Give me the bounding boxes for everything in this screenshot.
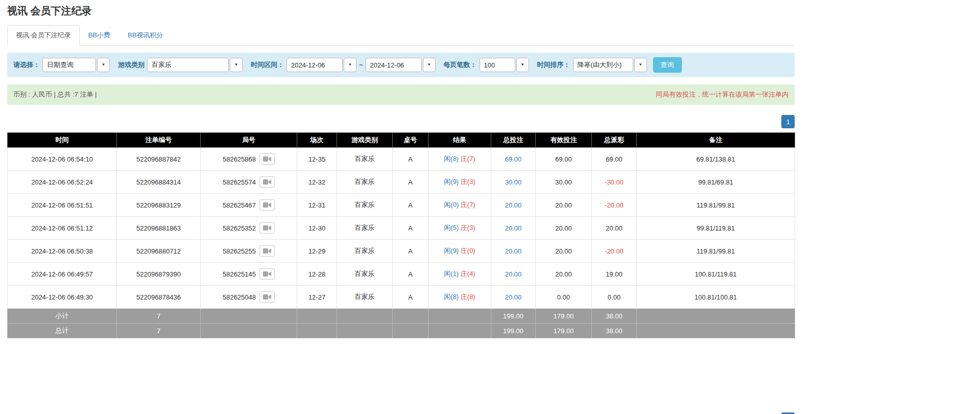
tab-bb-tips[interactable]: BB小费 bbox=[80, 25, 119, 45]
cell-valid-bet: 20.00 bbox=[536, 263, 592, 286]
cell-payout: 69.00 bbox=[592, 148, 637, 171]
cell-table-no: A bbox=[393, 263, 428, 286]
chevron-down-icon: ▼ bbox=[638, 63, 642, 67]
result-player: 闲(9) bbox=[444, 178, 459, 186]
total-bet-link[interactable]: 30.00 bbox=[505, 178, 522, 186]
total-bet-link[interactable]: 20.00 bbox=[505, 247, 522, 255]
replay-video-button[interactable] bbox=[259, 199, 275, 211]
replay-video-button[interactable] bbox=[259, 176, 275, 188]
cell-total-bet: 20.00 bbox=[491, 217, 536, 240]
cell-round-id: 582625352 bbox=[201, 217, 297, 240]
video-camera-icon bbox=[263, 156, 271, 162]
search-button[interactable]: 查询 bbox=[653, 57, 682, 73]
cell-result: 闲(0) 庄(7) bbox=[428, 194, 491, 217]
column-header: 场次 bbox=[297, 133, 337, 148]
total-bet-link[interactable]: 20.00 bbox=[505, 224, 522, 232]
cell-round-id: 582625574 bbox=[201, 171, 297, 194]
page-1-button[interactable]: 1 bbox=[781, 115, 795, 128]
page-size-input[interactable] bbox=[480, 58, 515, 72]
game-type-dropdown-button[interactable]: ▼ bbox=[230, 58, 243, 72]
round-id: 582625574 bbox=[223, 178, 256, 186]
cell-result: 闲(8) 庄(8) bbox=[428, 286, 491, 309]
cell-payout: 0.00 bbox=[592, 286, 637, 309]
column-header: 游戏类别 bbox=[337, 133, 393, 148]
cell-table-no: A bbox=[393, 240, 428, 263]
select-type-input[interactable] bbox=[42, 58, 96, 72]
table-row: 2024-12-06 06:51:12522096881863582625352… bbox=[8, 217, 795, 240]
round-id: 582625868 bbox=[223, 155, 256, 163]
date-to-combo: ▼ bbox=[366, 58, 436, 72]
cell-table-no: A bbox=[393, 171, 428, 194]
chevron-down-icon: ▼ bbox=[102, 63, 106, 67]
replay-video-button[interactable] bbox=[259, 291, 275, 303]
cell-result: 闲(9) 庄(0) bbox=[428, 240, 491, 263]
subtotal-payout: 38.00 bbox=[592, 309, 637, 324]
total-bet-link[interactable]: 69.00 bbox=[505, 155, 522, 163]
tab-bar: 视讯 会员下注纪录 BB小费 BB视讯积分 bbox=[7, 25, 795, 45]
table-row: 2024-12-06 06:54:10522096887842582625868… bbox=[8, 148, 795, 171]
cell-result: 闲(9) 庄(3) bbox=[428, 171, 491, 194]
filter-bar: 请选择： ▼ 游戏类别 ▼ 时间区间： ▼ ~ ▼ 每页笔数： ▼ 时间排序： … bbox=[7, 53, 795, 77]
cell-valid-bet: 69.00 bbox=[536, 148, 592, 171]
column-header: 总派彩 bbox=[592, 133, 637, 148]
select-type-label: 请选择： bbox=[13, 60, 40, 70]
grand-total-total-bet: 199.00 bbox=[491, 324, 536, 338]
cell-session: 12-35 bbox=[297, 148, 337, 171]
replay-video-button[interactable] bbox=[259, 245, 275, 257]
cell-payout: 19.00 bbox=[592, 263, 637, 286]
result-player: 闲(8) bbox=[444, 155, 459, 163]
date-from-dropdown-button[interactable]: ▼ bbox=[344, 58, 356, 72]
tab-bb-video-points[interactable]: BB视讯积分 bbox=[119, 25, 172, 45]
column-header: 结果 bbox=[428, 133, 491, 148]
chevron-down-icon: ▼ bbox=[234, 63, 238, 67]
table-row: 2024-12-06 06:51:51522096883129582625467… bbox=[8, 194, 795, 217]
cell-bet-id: 522096884314 bbox=[117, 171, 201, 194]
cell-result: 闲(1) 庄(4) bbox=[428, 263, 491, 286]
game-type-input[interactable] bbox=[147, 58, 229, 72]
cell-session: 12-27 bbox=[297, 286, 337, 309]
table-header-row: 时间注单编号局号场次游戏类别桌号结果总投注有效投注总派彩备注 bbox=[8, 133, 795, 148]
empty-cell bbox=[297, 324, 337, 338]
video-camera-icon bbox=[263, 179, 271, 185]
sort-order-combo: ▼ bbox=[573, 58, 647, 72]
replay-video-button[interactable] bbox=[259, 222, 275, 234]
cell-game-type: 百家乐 bbox=[337, 148, 393, 171]
cell-time: 2024-12-06 06:50:38 bbox=[8, 240, 117, 263]
cell-valid-bet: 20.00 bbox=[536, 194, 592, 217]
date-from-input[interactable] bbox=[286, 58, 343, 72]
total-bet-link[interactable]: 20.00 bbox=[505, 270, 522, 278]
tab-betting-records[interactable]: 视讯 会员下注纪录 bbox=[7, 25, 80, 45]
replay-video-button[interactable] bbox=[259, 268, 275, 280]
subtotal-total-bet: 199.00 bbox=[491, 309, 536, 324]
sort-order-input[interactable] bbox=[573, 58, 633, 72]
empty-cell bbox=[337, 309, 393, 324]
cell-table-no: A bbox=[393, 148, 428, 171]
cell-result: 闲(5) 庄(3) bbox=[428, 217, 491, 240]
date-to-input[interactable] bbox=[366, 58, 422, 72]
empty-cell bbox=[201, 324, 297, 338]
table-row: 2024-12-06 06:49:57522096879390582625145… bbox=[8, 263, 795, 286]
replay-video-button[interactable] bbox=[259, 153, 275, 165]
result-player: 闲(8) bbox=[444, 293, 459, 301]
cell-total-bet: 69.00 bbox=[491, 148, 536, 171]
total-bet-link[interactable]: 20.00 bbox=[505, 293, 522, 301]
cell-remark: 100.81/100.81 bbox=[637, 286, 795, 309]
column-header: 时间 bbox=[8, 133, 117, 148]
date-to-dropdown-button[interactable]: ▼ bbox=[423, 58, 436, 72]
video-camera-icon bbox=[263, 294, 271, 300]
total-bet-link[interactable]: 20.00 bbox=[505, 201, 522, 209]
cell-game-type: 百家乐 bbox=[337, 286, 393, 309]
empty-cell bbox=[428, 309, 491, 324]
page-size-dropdown-button[interactable]: ▼ bbox=[516, 58, 529, 72]
date-range-separator: ~ bbox=[359, 61, 363, 69]
result-player: 闲(0) bbox=[444, 201, 459, 209]
cell-game-type: 百家乐 bbox=[337, 240, 393, 263]
cell-game-type: 百家乐 bbox=[337, 171, 393, 194]
cell-round-id: 582625145 bbox=[201, 263, 297, 286]
sort-order-dropdown-button[interactable]: ▼ bbox=[634, 58, 647, 72]
video-camera-icon bbox=[263, 271, 271, 277]
table-row: 2024-12-06 06:50:38522096880712582625255… bbox=[8, 240, 795, 263]
summary-totals-text: 币别 : 人民币 | 总共 :7 注单 | bbox=[13, 90, 97, 99]
cell-table-no: A bbox=[393, 286, 428, 309]
select-type-dropdown-button[interactable]: ▼ bbox=[97, 58, 110, 72]
